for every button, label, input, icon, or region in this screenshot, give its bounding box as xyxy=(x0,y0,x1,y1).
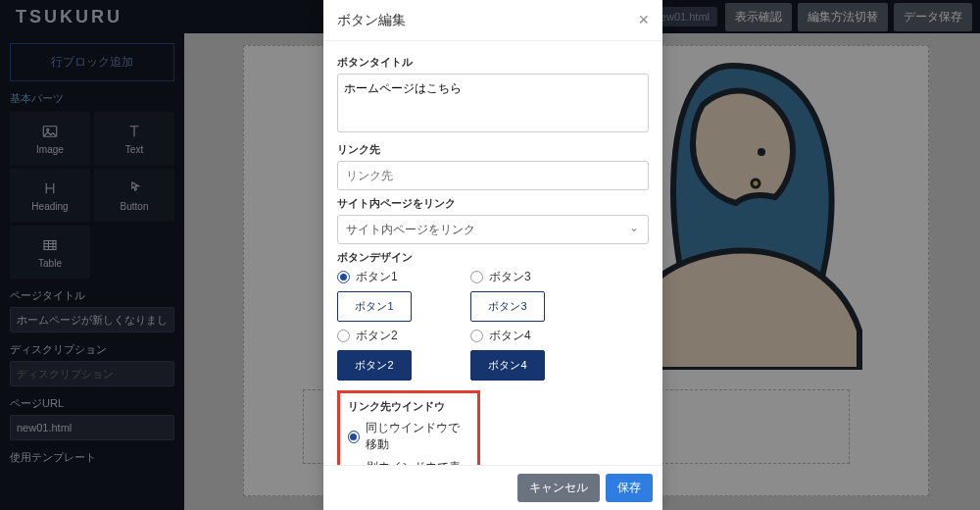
radio-icon xyxy=(337,330,350,342)
radio-icon xyxy=(470,271,483,283)
modal-title: ボタン編集 xyxy=(337,12,406,29)
window-radio-same[interactable]: 同じウインドウで移動 xyxy=(348,420,469,453)
close-icon[interactable]: × xyxy=(638,10,649,30)
window-label: リンク先ウインドウ xyxy=(348,399,469,414)
link-window-group: リンク先ウインドウ 同じウインドウで移動 別ウインドウで表示 xyxy=(337,390,480,465)
design-preview-2: ボタン2 xyxy=(337,350,412,381)
radio-icon xyxy=(337,271,350,283)
button-title-input[interactable]: ホームページはこちら xyxy=(337,74,649,132)
radio-icon xyxy=(470,330,483,342)
design-radio-4[interactable]: ボタン4 xyxy=(470,328,545,344)
design-radio-1[interactable]: ボタン1 xyxy=(337,269,412,285)
button-title-label: ボタンタイトル xyxy=(337,55,649,70)
button-edit-modal: ボタン編集 × ボタンタイトル ホームページはこちら リンク先 サイト内ページを… xyxy=(323,0,662,510)
save-button[interactable]: 保存 xyxy=(606,474,653,502)
design-preview-1: ボタン1 xyxy=(337,291,412,322)
design-preview-4: ボタン4 xyxy=(470,350,545,381)
radio-icon xyxy=(348,431,360,443)
design-preview-3: ボタン3 xyxy=(470,291,545,322)
link-label: リンク先 xyxy=(337,142,649,157)
site-link-label: サイト内ページをリンク xyxy=(337,196,649,211)
design-radio-3[interactable]: ボタン3 xyxy=(470,269,545,285)
site-link-select[interactable]: サイト内ページをリンク xyxy=(337,215,649,244)
design-label: ボタンデザイン xyxy=(337,250,649,265)
link-input[interactable] xyxy=(337,161,649,190)
design-radio-2[interactable]: ボタン2 xyxy=(337,328,412,344)
cancel-button[interactable]: キャンセル xyxy=(517,474,600,502)
